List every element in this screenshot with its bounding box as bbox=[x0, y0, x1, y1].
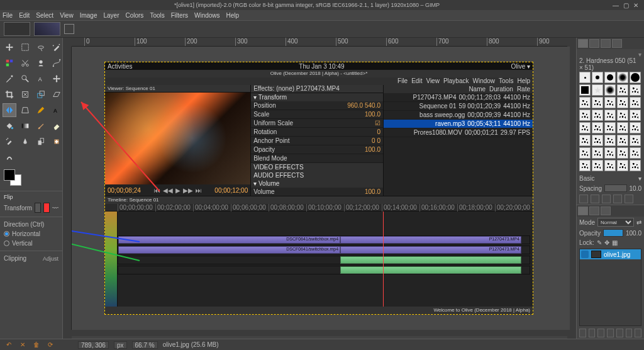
layer-item[interactable]: olive1.jpg bbox=[580, 249, 641, 259]
brush-preset[interactable] bbox=[579, 147, 591, 159]
tab-brushes[interactable] bbox=[578, 39, 588, 48]
brush-preset[interactable] bbox=[617, 160, 628, 171]
menu-help[interactable]: Help bbox=[226, 12, 240, 19]
tab-history[interactable] bbox=[612, 39, 622, 48]
brush-preset[interactable] bbox=[630, 122, 641, 133]
image-canvas[interactable]: Activities Thu Jan 3 10:49 Olive ▾ Olive… bbox=[104, 62, 533, 315]
brush-preset[interactable] bbox=[579, 110, 591, 121]
transform-mode-icon[interactable] bbox=[35, 203, 41, 213]
menu-file[interactable]: File bbox=[3, 12, 13, 19]
brush-preset[interactable] bbox=[617, 122, 628, 133]
menu-colors[interactable]: Colors bbox=[125, 12, 143, 19]
delete-icon[interactable]: 🗑 bbox=[31, 341, 42, 349]
tool-perspective[interactable] bbox=[18, 103, 32, 117]
ruler-vertical[interactable] bbox=[63, 47, 72, 330]
tool-gradient[interactable] bbox=[18, 119, 32, 133]
brush-preset[interactable] bbox=[604, 160, 616, 171]
status-zoom[interactable]: 66.7 % bbox=[132, 341, 158, 349]
brush-preset[interactable] bbox=[592, 135, 603, 146]
layer-group-icon[interactable] bbox=[589, 329, 596, 337]
ruler-origin[interactable] bbox=[63, 38, 72, 47]
brush-del-icon[interactable] bbox=[613, 195, 622, 203]
menu-layer[interactable]: Layer bbox=[103, 12, 119, 19]
tool-clone[interactable] bbox=[34, 135, 48, 149]
menu-tools[interactable]: Tools bbox=[150, 12, 164, 19]
brush-preset[interactable] bbox=[604, 110, 616, 121]
layer-up-icon[interactable] bbox=[597, 329, 604, 337]
tool-pencil[interactable] bbox=[34, 103, 48, 117]
brush-preset[interactable] bbox=[617, 84, 628, 96]
tool-move[interactable] bbox=[3, 40, 16, 54]
brush-preset[interactable] bbox=[592, 160, 603, 171]
brush-preset[interactable] bbox=[592, 122, 603, 133]
layer-del-icon[interactable] bbox=[635, 329, 641, 337]
tab-config-icon[interactable] bbox=[64, 24, 74, 34]
brush-preset[interactable] bbox=[592, 97, 603, 108]
brush-new-icon[interactable] bbox=[591, 195, 599, 203]
tool-free-select[interactable] bbox=[34, 40, 48, 54]
menu-filters[interactable]: Filters bbox=[171, 12, 188, 19]
tool-eraser[interactable] bbox=[50, 119, 64, 133]
viewport[interactable]: Activities Thu Jan 3 10:49 Olive ▾ Olive… bbox=[72, 47, 570, 330]
tool-heal[interactable] bbox=[50, 135, 64, 149]
tab-fonts[interactable] bbox=[601, 39, 611, 48]
brush-preset[interactable] bbox=[617, 97, 628, 108]
tool-shear[interactable] bbox=[50, 88, 64, 101]
brush-preset[interactable] bbox=[617, 72, 628, 83]
opacity-slider[interactable] bbox=[603, 229, 623, 237]
brush-preset[interactable] bbox=[592, 72, 603, 83]
brush-preset[interactable] bbox=[604, 135, 616, 146]
tab-layers[interactable] bbox=[578, 206, 588, 215]
lock-alpha-icon[interactable]: ▦ bbox=[612, 239, 618, 246]
brush-preset[interactable]: ★ bbox=[592, 84, 603, 96]
image-tab-1[interactable] bbox=[4, 22, 30, 36]
redo-icon[interactable]: ✕ bbox=[18, 341, 28, 349]
tab-channels[interactable] bbox=[589, 206, 599, 215]
tool-airbrush[interactable] bbox=[3, 135, 16, 149]
brush-preset[interactable] bbox=[604, 122, 616, 133]
brush-preset[interactable] bbox=[630, 84, 641, 96]
tool-text-2[interactable]: A bbox=[50, 103, 64, 117]
menu-view[interactable]: View bbox=[60, 12, 74, 19]
eye-icon[interactable] bbox=[581, 251, 589, 258]
scrollbar-vertical[interactable] bbox=[570, 47, 576, 330]
scrollbar-horizontal[interactable] bbox=[72, 330, 567, 336]
brush-preset[interactable] bbox=[579, 97, 591, 108]
tool-scale[interactable] bbox=[34, 88, 48, 101]
menu-image[interactable]: Image bbox=[80, 12, 97, 19]
brush-preset[interactable] bbox=[592, 147, 603, 159]
brush-preset[interactable] bbox=[617, 110, 628, 121]
brush-refresh-icon[interactable] bbox=[625, 195, 633, 203]
tool-rect-select[interactable] bbox=[18, 40, 32, 54]
tool-color-picker[interactable] bbox=[3, 72, 16, 86]
lock-position-icon[interactable]: ✥ bbox=[604, 239, 609, 246]
direction-vertical[interactable]: Vertical bbox=[4, 240, 58, 247]
nav-corner-br[interactable] bbox=[567, 330, 576, 339]
tool-ink[interactable] bbox=[18, 135, 32, 149]
tool-paths[interactable] bbox=[50, 56, 64, 70]
minimize-button[interactable]: — bbox=[611, 2, 620, 8]
spacing-slider[interactable] bbox=[604, 184, 626, 192]
undo-icon[interactable]: ↶ bbox=[4, 341, 14, 349]
tool-measure[interactable] bbox=[50, 72, 64, 86]
tab-paths[interactable] bbox=[601, 206, 611, 215]
brush-preset[interactable] bbox=[604, 84, 616, 96]
brush-preset[interactable] bbox=[630, 110, 641, 121]
close-button[interactable]: ✕ bbox=[631, 2, 640, 8]
direction-horizontal[interactable]: Horizontal bbox=[4, 230, 58, 237]
brush-preset[interactable] bbox=[579, 135, 591, 146]
tool-smudge[interactable] bbox=[3, 150, 16, 164]
layer-down-icon[interactable] bbox=[607, 329, 614, 337]
ruler-horizontal[interactable]: 0100200300400500600700800900 bbox=[72, 38, 567, 47]
brush-preset[interactable] bbox=[579, 72, 591, 83]
brush-edit-icon[interactable] bbox=[579, 195, 588, 203]
tool-bucket[interactable] bbox=[3, 119, 16, 133]
brush-preset[interactable] bbox=[604, 147, 616, 159]
layer-dup-icon[interactable] bbox=[616, 329, 623, 337]
brush-preset[interactable] bbox=[604, 72, 616, 83]
maximize-button[interactable]: ▢ bbox=[621, 2, 630, 8]
tool-zoom[interactable] bbox=[18, 72, 32, 86]
menu-windows[interactable]: Windows bbox=[194, 12, 220, 19]
refresh-icon[interactable]: ⟳ bbox=[45, 341, 55, 349]
tab-patterns[interactable] bbox=[589, 39, 599, 48]
